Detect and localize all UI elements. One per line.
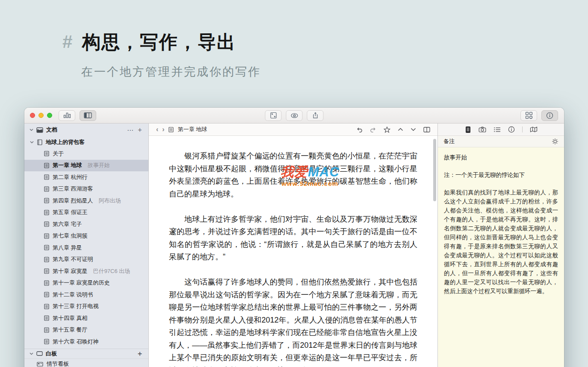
keyword-list-icon[interactable]	[493, 127, 501, 132]
statistics-button[interactable]	[59, 110, 75, 121]
more-options-icon[interactable]: ⋯	[127, 127, 133, 133]
sidebar-item[interactable]: 第十四章 真相	[24, 312, 148, 324]
sidebar-group-row[interactable]: 地球上的背包客	[24, 136, 148, 148]
whiteboard-label: 白板	[46, 350, 57, 358]
whiteboard-section: 白板 ＋ 情节看板	[24, 349, 148, 367]
map-icon[interactable]	[530, 126, 538, 132]
note-paragraph: 故事开始	[444, 153, 558, 162]
sheet-icon	[44, 151, 49, 156]
toggle-panes-button[interactable]	[80, 110, 96, 121]
editor-text-area[interactable]: 银河系猎户臂旋某个偏远的位置有一颗亮黄色的小恒星，在茫茫宇宙中这颗小恒星极不起眼…	[149, 136, 437, 367]
camera-icon[interactable]	[479, 126, 486, 132]
sidebar-item[interactable]: 第四章 烈焰星人 阿布出场	[24, 195, 148, 207]
chevron-up-icon[interactable]	[398, 128, 403, 131]
editor-header: ‹ › 第一章 地球	[149, 123, 437, 136]
info-icon	[546, 112, 553, 119]
redo-icon[interactable]	[370, 127, 376, 132]
sheet-icon	[44, 198, 49, 203]
sidebar: 文档 ⋯ ＋ 地球上的背包客	[24, 123, 149, 367]
editor-pane: ‹ › 第一章 地球	[149, 123, 437, 367]
sidebar-item[interactable]: 第十章 寂寞星 巴什97C6 出场	[24, 265, 148, 277]
split-view-icon[interactable]	[423, 127, 430, 132]
share-export-icon	[312, 112, 319, 119]
inspector-tab-bar	[438, 123, 564, 136]
whiteboard-list: 情节看板	[24, 359, 148, 367]
sidebar-item[interactable]: 第十三章 打开电视	[24, 301, 148, 313]
close-button[interactable]	[30, 113, 35, 118]
sheet-icon	[44, 280, 49, 286]
export-button[interactable]	[307, 110, 324, 121]
inspector-pane: 备注 故事开始注：一个关于最无聊的悖论如下如果我们真的找到了地球上最无聊的人，那…	[437, 123, 564, 367]
sheet-icon	[44, 163, 49, 168]
editor-sheet-title: 第一章 地球	[178, 126, 207, 133]
inspector-toggle-button[interactable]	[541, 110, 558, 121]
sidebar-item[interactable]: 关于	[24, 148, 148, 160]
three-pane-layout-icon	[84, 112, 92, 118]
hero-hash-mark: #	[62, 32, 72, 52]
chevron-down-icon[interactable]	[30, 352, 33, 355]
sheet-icon	[44, 245, 49, 250]
sidebar-item[interactable]: 第十一章 寂寞星的历史	[24, 277, 148, 289]
note-sheet-icon[interactable]	[465, 126, 471, 133]
whiteboard-header-row[interactable]: 白板 ＋	[24, 349, 148, 359]
tab-divider	[522, 126, 523, 132]
sheet-icon	[44, 257, 49, 262]
dashboard-button[interactable]	[520, 110, 537, 121]
documents-archive-icon	[36, 127, 43, 133]
note-paragraph: 注：一个关于最无聊的悖论如下	[444, 170, 558, 179]
preview-eye-icon	[290, 113, 298, 118]
preview-button[interactable]	[286, 110, 303, 121]
favorite-star-icon[interactable]	[384, 126, 390, 133]
sheet-icon	[44, 233, 49, 239]
notes-body[interactable]: 故事开始注：一个关于最无聊的悖论如下如果我们真的找到了地球上最无聊的人，那么这个…	[438, 147, 564, 304]
hero-title: 构思，写作，导出	[82, 30, 236, 55]
sidebar-header: 文档 ⋯ ＋	[24, 123, 148, 136]
sheet-icon	[44, 292, 49, 297]
editor-paragraph: 银河系猎户臂旋某个偏远的位置有一颗亮黄色的小恒星，在茫茫宇宙中这颗小恒星极不起眼…	[169, 150, 417, 200]
sidebar-item[interactable]: 第二章 杭州行	[24, 171, 148, 183]
sidebar-item[interactable]: 第十五章 餐厅	[24, 324, 148, 336]
kanban-board-icon	[37, 362, 43, 367]
editor-scrollbar-thumb[interactable]	[433, 139, 436, 201]
sidebar-item[interactable]: 第八章 异星	[24, 242, 148, 254]
minimize-button[interactable]	[38, 113, 44, 118]
notes-list: 故事开始注：一个关于最无聊的悖论如下如果我们真的找到了地球上最无聊的人，那么这个…	[444, 153, 558, 296]
whiteboard-item[interactable]: 情节看板	[24, 359, 148, 367]
sidebar-item[interactable]: 第三章 西湖游客	[24, 183, 148, 195]
add-sheet-icon[interactable]: ＋	[136, 126, 143, 133]
sidebar-item[interactable]: 第九章 不可证明	[24, 254, 148, 266]
chevron-down-icon[interactable]	[30, 129, 33, 131]
statistics-bar-chart-icon	[63, 112, 71, 118]
chevron-down-icon[interactable]	[30, 141, 34, 144]
sheet-icon	[44, 327, 49, 333]
sidebar-item[interactable]: 第一章 地球 故事开始	[24, 160, 148, 172]
gear-icon[interactable]	[552, 138, 558, 145]
whiteboard-icon	[36, 351, 43, 356]
book-icon	[37, 139, 42, 145]
forward-icon[interactable]: ›	[162, 126, 164, 133]
sheet-icon	[44, 268, 49, 274]
fullscreen-button[interactable]	[265, 110, 282, 121]
editor-paragraph: 这句话赢得了许多地球人的赞同，但他们依然热爱旅行，其中也包括那位最早说出这句话的…	[169, 276, 417, 367]
hero-subtitle: 在一个地方管理并完成你的写作	[81, 64, 261, 79]
sidebar-item[interactable]: 第六章 宅子	[24, 218, 148, 230]
zoom-button[interactable]	[47, 113, 52, 118]
sidebar-item[interactable]: 第十六章 召唤灯神	[24, 336, 148, 348]
back-icon[interactable]: ‹	[156, 126, 158, 133]
sidebar-item[interactable]: 第七章 虫洞簇	[24, 230, 148, 242]
undo-icon[interactable]	[356, 127, 363, 132]
sheet-list: 关于 第一章 地球 故事开始	[24, 148, 148, 348]
info-circle-icon[interactable]	[508, 126, 515, 133]
sheet-icon	[44, 210, 49, 215]
sheet-icon	[44, 174, 49, 180]
add-board-icon[interactable]: ＋	[136, 350, 143, 357]
editor-paragraph: 地球上有过许多哲学家，他们对宇宙、生命以及万事万物做过无数深邃的思考，并说过许多…	[169, 213, 417, 264]
sheet-icon	[44, 304, 49, 309]
group-label: 地球上的背包客	[46, 138, 85, 146]
chevron-down-icon[interactable]	[411, 128, 416, 131]
sidebar-item[interactable]: 第五章 假证王	[24, 207, 148, 219]
fullscreen-expand-icon	[270, 112, 277, 119]
dashboard-grid-icon	[525, 112, 533, 119]
sidebar-item[interactable]: 第十二章 说明书	[24, 289, 148, 301]
sheet-icon	[44, 186, 49, 192]
